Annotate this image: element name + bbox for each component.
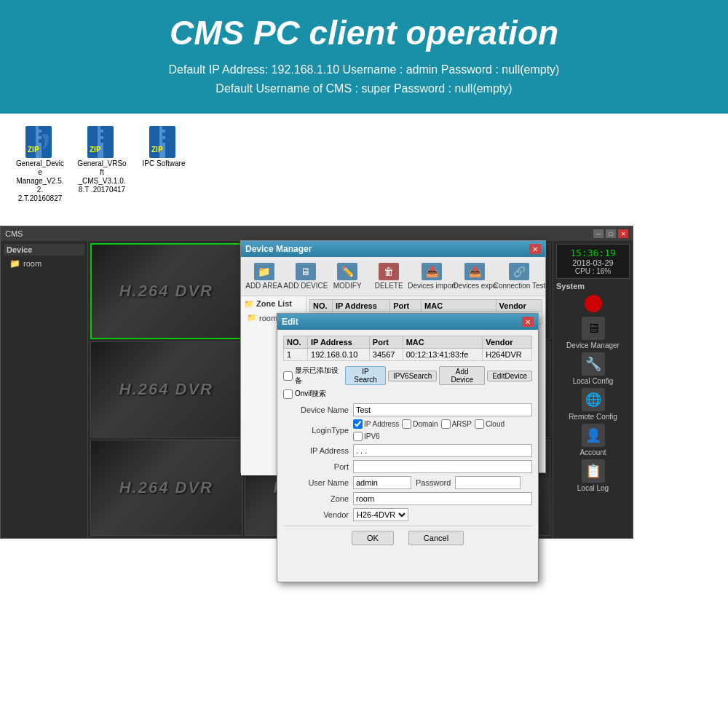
ok-button[interactable]: OK [352,531,394,545]
dvr-cell-7[interactable]: H.264 DVR [90,440,242,536]
local-log-btn[interactable]: 📋 Local Log [561,459,626,492]
remote-config-btn[interactable]: 🌐 Remote Config [561,388,626,421]
cancel-button[interactable]: Cancel [408,531,464,545]
port-label: Port [283,462,349,471]
modify-icon: ✏️ [337,263,357,280]
modify-btn[interactable]: ✏️ MODIFY [328,261,368,291]
edit-col-no: NO. [284,336,308,349]
radio-arsp[interactable]: ARSP [441,419,472,429]
connection-test-btn[interactable]: 🔗 Connection Test [496,261,542,291]
cms-window-controls: ─ □ ✕ [593,229,628,238]
col-no: NO. [310,300,333,312]
vendor-select-row: H26-4DVR [353,508,532,521]
local-config-btn[interactable]: 🔧 Local Config [561,352,626,385]
icon-label-3: IPC Software [143,159,186,168]
svg-text:ZIP: ZIP [90,146,101,154]
edit-dialog-close[interactable]: ✕ [522,317,534,327]
ip-search-btn[interactable]: IP Search [345,366,386,385]
minimize-btn[interactable]: ─ [593,229,604,238]
cms-sidebar: Device 📁 room [1,241,88,538]
onvif-checkbox[interactable] [283,389,293,399]
devices-export-btn[interactable]: 📤 Devices expo [455,261,495,291]
clock-date: 2018-03-29 [561,258,625,267]
port-input[interactable] [353,460,532,473]
username-input[interactable] [353,476,411,489]
radio-cloud[interactable]: Cloud [475,419,505,429]
local-log-label: Local Log [577,484,609,492]
cms-right-panel: 15:36:19 2018-03-29 CPU : 16% System 🖥 D… [553,241,633,538]
account-label: Account [579,448,606,456]
desktop-area: ZIP General_Device Manage_V2.5.2. 2.T.20… [0,114,728,210]
winzip-icon-1: ZIP [23,124,58,159]
account-btn[interactable]: 👤 Account [561,424,626,456]
desktop-icon-1[interactable]: ZIP General_Device Manage_V2.5.2. 2.T.20… [15,124,66,203]
cms-sidebar-item-room[interactable]: 📁 room [4,257,84,270]
show-added-checkbox-label[interactable]: 显示已添加设备 [283,365,343,386]
zone-input[interactable] [353,492,532,505]
dvr-cell-1[interactable]: H.264 DVR [90,243,242,339]
show-added-checkbox[interactable] [283,371,293,381]
col-ip: IP Address [332,300,389,312]
system-label: System [556,282,585,290]
add-device-search-btn[interactable]: Add Device [439,366,485,385]
device-manager-btn[interactable]: 🖥 Device Manager [561,317,626,349]
zone-label: Zone [283,494,349,503]
onvif-checkbox-label[interactable]: Onvif搜索 [283,389,532,399]
add-area-btn[interactable]: 📁 ADD AREA [244,261,284,291]
dvr-cell-4[interactable]: H.264 DVR [90,341,242,438]
device-manager-toolbar: 📁 ADD AREA 🖥 ADD DEVICE ✏️ MODIFY 🗑 DELE… [241,257,545,296]
delete-icon: 🗑 [379,263,399,280]
screen-wrapper: CMS PC client operation Default IP Addre… [0,0,728,728]
password-label: Password [416,478,451,487]
svg-text:ZIP: ZIP [151,146,163,154]
col-port: Port [390,300,422,312]
svg-rect-9 [100,132,103,136]
svg-rect-2 [39,126,41,130]
time-display: 15:36:19 2018-03-29 CPU : 16% [556,244,630,279]
page-title: CMS PC client operation [22,13,706,53]
ipv6-search-btn[interactable]: IPV6Search [388,371,437,381]
devices-import-btn[interactable]: 📥 Devices import [411,261,454,291]
device-manager-close[interactable]: ✕ [529,244,541,254]
ip-address-input[interactable] [353,444,532,457]
svg-rect-4 [39,139,41,143]
radio-ip-address[interactable]: IP Address [353,419,399,429]
edit-dialog: Edit ✕ NO. IP Address Port MAC Vendor [277,313,539,582]
login-type-group: IP Address Domain ARSP Cloud IPV6 [353,419,532,441]
edit-device-btn[interactable]: EditDevice [487,371,532,381]
edit-dialog-body: NO. IP Address Port MAC Vendor 1 192.168… [277,330,538,555]
radio-ipv6[interactable]: IPV6 [353,432,380,441]
vendor-select[interactable]: H26-4DVR [353,508,408,521]
ip-address-label: IP Address [283,446,349,455]
icon-label-1: General_Device Manage_V2.5.2. 2.T.201608… [15,159,66,203]
device-name-input[interactable] [353,403,532,416]
radio-domain[interactable]: Domain [402,419,438,429]
maximize-btn[interactable]: □ [606,229,616,238]
device-name-label: Device Name [283,405,349,414]
edit-dialog-footer: OK Cancel [283,526,532,550]
delete-btn[interactable]: 🗑 DELETE [369,261,409,291]
desktop-icon-2[interactable]: ZIP General_VRSoft _CMS_V3.1.0.8.T .2017… [76,124,127,203]
devices-import-icon: 📥 [422,263,442,280]
svg-text:ZIP: ZIP [28,146,39,154]
svg-rect-8 [100,126,103,130]
local-config-icon: 🔧 [582,352,605,376]
edit-table-row[interactable]: 1 192.168.0.10 34567 00:12:13:41:83:fe H… [284,349,532,361]
desktop-icon-3[interactable]: ZIP IPC Software [138,124,189,203]
device-manager-title: Device Manager [245,244,312,254]
close-btn[interactable]: ✕ [618,229,628,238]
icon-label-2: General_VRSoft _CMS_V3.1.0.8.T .20170417 [76,159,127,194]
svg-rect-3 [39,132,41,136]
username-password-row: Password [353,476,532,489]
dm-zone-header: 📁 Zone List [244,299,303,309]
svg-rect-15 [162,132,165,136]
record-indicator [585,295,602,312]
header-info-line1: Default IP Address: 192.168.1.10 Usernam… [22,60,706,79]
connection-test-icon: 🔗 [509,263,529,280]
password-input[interactable] [455,476,521,489]
login-type-label: LoginType [283,426,349,435]
add-area-icon: 📁 [254,263,274,280]
add-device-btn[interactable]: 🖥 ADD DEVICE [285,261,326,291]
local-config-label: Local Config [573,377,614,385]
svg-rect-14 [162,126,165,130]
